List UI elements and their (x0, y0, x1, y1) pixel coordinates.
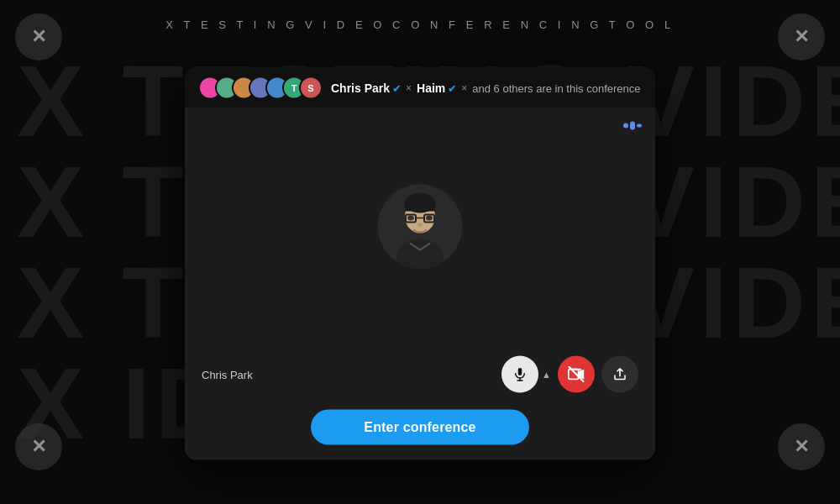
share-button[interactable] (601, 356, 638, 393)
svg-rect-1 (630, 122, 635, 130)
svg-rect-14 (518, 368, 522, 375)
current-user-label: Chris Park (202, 368, 253, 381)
modal-header: T S Chris Park ✔ × Haim ✔ × and 6 others… (185, 68, 655, 109)
user2-name: Haim (417, 81, 445, 95)
enter-conference-button[interactable]: Enter conference (311, 410, 529, 445)
conference-modal: T S Chris Park ✔ × Haim ✔ × and 6 others… (185, 68, 655, 460)
user-video-avatar (378, 185, 462, 269)
user2-close-button[interactable]: × (459, 82, 469, 94)
corner-x-bottom-right[interactable]: ✕ (778, 423, 825, 470)
mic-icon (512, 367, 528, 382)
corner-x-top-right[interactable]: ✕ (778, 13, 825, 60)
svg-point-12 (417, 223, 423, 227)
user2-verified-icon: ✔ (448, 81, 457, 94)
svg-point-10 (407, 216, 414, 221)
share-icon (612, 367, 627, 382)
svg-rect-6 (405, 200, 435, 212)
controls-buttons: ▲ (501, 356, 638, 393)
header-names: Chris Park ✔ × Haim ✔ × and 6 others are… (331, 81, 641, 95)
cam-button[interactable] (558, 356, 595, 393)
enter-button-wrap: Enter conference (185, 408, 655, 460)
user1-close-button[interactable]: × (404, 82, 413, 94)
user2-chip: Haim ✔ × (417, 81, 469, 95)
svg-rect-2 (637, 124, 642, 128)
participant-avatars: T S (198, 76, 323, 100)
avatar-s: S (299, 76, 323, 100)
video-area (185, 109, 655, 344)
cam-icon (568, 366, 585, 383)
user1-chip: Chris Park ✔ × (331, 81, 413, 95)
mic-button[interactable] (501, 356, 538, 393)
corner-x-top-left[interactable]: ✕ (15, 13, 62, 60)
mic-chevron-up[interactable]: ▲ (542, 370, 551, 380)
svg-point-11 (426, 216, 433, 221)
svg-rect-0 (623, 123, 628, 129)
user1-name: Chris Park (331, 81, 390, 95)
corner-x-bottom-left[interactable]: ✕ (15, 423, 62, 470)
controls-bar: Chris Park ▲ (185, 344, 655, 408)
user1-verified-icon: ✔ (392, 81, 402, 94)
video-dots-indicator (623, 119, 642, 134)
page-title: X T E S T I N G V I D E O C O N F E R E … (165, 18, 674, 31)
others-text: and 6 others are in this conference (472, 81, 640, 94)
